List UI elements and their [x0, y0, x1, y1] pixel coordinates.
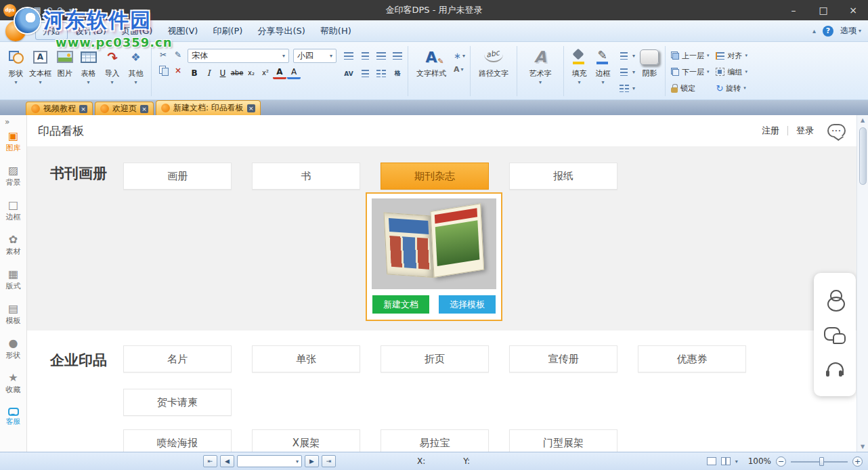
sidebar-item-material[interactable]: ✿ 素材 — [6, 233, 21, 257]
font-color-button[interactable]: A — [273, 66, 286, 79]
list-style-1-button[interactable] — [617, 49, 631, 62]
import-button[interactable]: ↷ 导入 ▾ — [100, 45, 124, 85]
border-button[interactable]: 边框 ▾ — [591, 45, 615, 85]
tab-close-icon[interactable]: × — [247, 104, 255, 112]
undo-icon[interactable]: ↶ — [46, 4, 53, 16]
category-flyer-button[interactable]: 单张 — [252, 345, 360, 372]
minimize-button[interactable]: – — [779, 0, 808, 20]
text-style-extra-1-button[interactable]: ▾ — [454, 51, 465, 61]
qq-contact-icon[interactable] — [826, 290, 844, 310]
new-document-button[interactable]: 新建文档 — [372, 295, 429, 314]
align-center-button[interactable] — [358, 49, 372, 62]
italic-button[interactable]: I — [202, 66, 215, 79]
text-style-button[interactable]: 文字样式 — [412, 45, 451, 79]
menu-tab-home[interactable]: 开始 — [35, 22, 68, 40]
choose-template-button[interactable]: 选择模板 — [439, 295, 496, 314]
text-style-extra-2-button[interactable]: ▾ — [454, 65, 465, 74]
rotate-button[interactable]: ↻ 旋转 ▾ — [714, 81, 750, 95]
next-page-button[interactable]: ▶ — [305, 455, 319, 467]
align-right-button[interactable] — [374, 49, 388, 62]
scrollbar-thumb[interactable] — [859, 127, 867, 185]
line-spacing-button[interactable] — [358, 67, 372, 80]
text-grid-button[interactable]: 格 — [391, 67, 404, 80]
sidebar-item-support[interactable]: 客服 — [6, 406, 21, 427]
sidebar-item-shape[interactable]: ● 形状 — [6, 337, 21, 360]
list-style-2-button[interactable] — [617, 66, 631, 79]
new-doc-icon[interactable]: ▢ — [21, 4, 28, 16]
vertical-scrollbar[interactable]: ▲ ▼ — [856, 115, 868, 452]
insert-other-button[interactable]: ❖ 其他 ▾ — [124, 45, 148, 85]
single-page-view-icon[interactable] — [707, 457, 716, 465]
feedback-chat-icon[interactable]: ··· — [827, 124, 846, 137]
register-link[interactable]: 注册 — [762, 125, 779, 137]
doc-tab-welcome[interactable]: 欢迎页 × — [95, 102, 154, 115]
list-style-3-button[interactable] — [617, 82, 631, 95]
options-button[interactable]: 选项 ▾ — [840, 25, 861, 37]
category-rollup-banner-button[interactable]: 易拉宝 — [381, 429, 489, 452]
insert-textbox-button[interactable]: 文本框 ▾ — [28, 45, 53, 85]
prev-page-button[interactable]: ◀ — [220, 455, 234, 467]
app-logo-icon[interactable]: dps — [3, 4, 16, 17]
redo-icon[interactable]: ↷ — [58, 4, 64, 16]
category-album-button[interactable]: 画册 — [123, 163, 232, 190]
layer-down-button[interactable]: 下一层 ▾ — [669, 65, 712, 79]
columns-button[interactable] — [374, 67, 388, 80]
art-text-button[interactable]: 艺术字 ▾ — [521, 45, 560, 85]
sidebar-item-background[interactable]: ▨ 背景 — [6, 164, 21, 188]
app-round-logo[interactable] — [5, 21, 26, 41]
subscript-button[interactable]: x₂ — [244, 66, 258, 79]
menu-tab-design[interactable]: 设计(D) — [68, 22, 114, 40]
last-page-button[interactable]: ⇥ — [322, 455, 336, 467]
insert-image-button[interactable]: 图片 — [53, 45, 77, 79]
view-dropdown-icon[interactable]: ▾ — [735, 458, 738, 465]
zoom-slider-thumb[interactable] — [819, 457, 824, 466]
sidebar-item-frame[interactable]: □ 边框 — [6, 198, 21, 222]
char-border-button[interactable]: A — [287, 66, 301, 79]
font-size-select[interactable]: 小四 ▾ — [293, 49, 337, 63]
category-folded-leaflet-button[interactable]: 折页 — [381, 345, 489, 372]
category-coupon-button[interactable]: 优惠券 — [638, 345, 746, 372]
superscript-button[interactable]: x² — [259, 66, 272, 79]
sidebar-item-gallery[interactable]: ▣ 图库 — [6, 129, 21, 153]
align-justify-button[interactable] — [391, 49, 404, 62]
menu-tab-page[interactable]: 页面(G) — [114, 22, 160, 40]
doc-tab-video-tutorial[interactable]: 视频教程 × — [26, 102, 93, 115]
lock-button[interactable]: 锁定 — [669, 81, 712, 95]
facing-pages-view-icon[interactable] — [721, 457, 731, 465]
layer-up-button[interactable]: 上一层 ▾ — [669, 49, 712, 62]
maximize-button[interactable]: □ — [808, 0, 838, 20]
cut-button[interactable]: ✂ — [156, 48, 170, 61]
menu-tab-help[interactable]: 帮助(H) — [313, 22, 359, 40]
sidebar-item-layout[interactable]: ▦ 版式 — [6, 268, 21, 291]
category-business-card-button[interactable]: 名片 — [123, 345, 232, 372]
login-link[interactable]: 登录 — [796, 125, 814, 137]
category-greeting-card-button[interactable]: 贺卡请柬 — [123, 389, 232, 416]
shadow-button[interactable]: 阴影 — [638, 45, 661, 79]
category-newspaper-button[interactable]: 报纸 — [509, 163, 617, 190]
collapse-ribbon-icon[interactable]: ▴ — [812, 27, 816, 35]
fill-button[interactable]: 填充 ▾ — [567, 45, 591, 85]
category-poster-button[interactable]: 喷绘海报 — [123, 429, 232, 452]
category-door-stand-button[interactable]: 门型展架 — [509, 429, 617, 452]
zoom-slider[interactable] — [791, 456, 848, 467]
sidebar-expand-icon[interactable]: » — [5, 117, 9, 127]
save-icon[interactable]: ▦ — [33, 4, 41, 16]
wechat-contact-icon[interactable] — [824, 327, 846, 345]
strikethrough-button[interactable]: abe — [230, 66, 244, 79]
qat-dropdown-icon[interactable]: ▾ — [69, 4, 72, 16]
menu-tab-share-export[interactable]: 分享导出(S) — [250, 22, 312, 40]
bold-button[interactable]: B — [188, 66, 201, 79]
first-page-button[interactable]: ⇤ — [203, 455, 217, 467]
page-select[interactable]: ▾ — [237, 455, 302, 467]
paste-button[interactable] — [156, 64, 170, 77]
align-left-button[interactable] — [342, 49, 355, 62]
char-spacing-button[interactable]: AV — [342, 67, 355, 80]
scroll-up-icon[interactable]: ▲ — [861, 115, 865, 125]
group-objects-button[interactable]: 编组 ▾ — [714, 65, 750, 79]
tab-close-icon[interactable]: × — [140, 105, 148, 113]
tab-close-icon[interactable]: × — [79, 105, 87, 113]
sidebar-item-favorites[interactable]: ★ 收藏 — [6, 371, 21, 395]
sidebar-item-template[interactable]: ▤ 模板 — [6, 302, 21, 326]
font-family-select[interactable]: 宋体 ▾ — [188, 49, 289, 63]
help-icon[interactable]: ? — [823, 26, 833, 37]
